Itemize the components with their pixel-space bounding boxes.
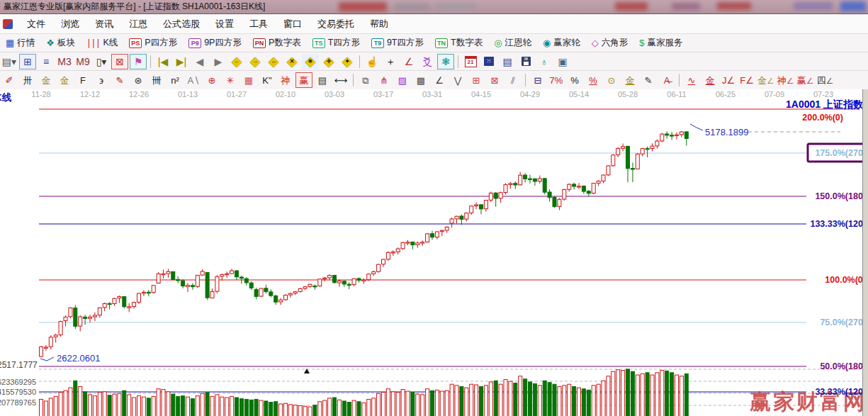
price-levels-icon[interactable]: ⊟ bbox=[529, 72, 546, 88]
quick-item-9t-square[interactable]: T99T四方形 bbox=[366, 35, 429, 50]
f-angle-icon[interactable]: F∠ bbox=[738, 72, 755, 88]
pen-levels-icon[interactable]: ✎ bbox=[640, 72, 657, 88]
quick-item-kline[interactable]: ∣∣∣K线 bbox=[81, 35, 123, 50]
quick-item-t-number-table[interactable]: TNT数字表 bbox=[429, 35, 488, 50]
zoom-both-icon[interactable]: ◆↔ bbox=[265, 54, 282, 69]
menu-item-7[interactable]: 窗口 bbox=[276, 15, 310, 33]
menu-item-2[interactable]: 资讯 bbox=[87, 15, 121, 33]
save-icon[interactable] bbox=[517, 54, 534, 69]
percent7-icon[interactable]: 7% bbox=[548, 72, 565, 88]
menu-item-8[interactable]: 交易委托 bbox=[310, 15, 362, 33]
zoom-close-icon[interactable]: ◆✕ bbox=[283, 54, 300, 69]
quick-item-gann-wheel[interactable]: ◎江恩轮 bbox=[488, 35, 537, 50]
nav-first-icon[interactable]: |◀ bbox=[154, 54, 171, 69]
angle-lines-icon[interactable]: ∠ bbox=[431, 72, 448, 88]
target-circle-icon[interactable]: ⊕ bbox=[203, 72, 220, 88]
quick-item-sector-blocks[interactable]: ❖板块 bbox=[40, 35, 81, 50]
quick-item-t-square[interactable]: TST四方形 bbox=[307, 35, 366, 50]
notes-icon[interactable]: ▤ bbox=[499, 54, 516, 69]
n2-cycle-icon[interactable]: n² bbox=[167, 72, 184, 88]
zoom-right-icon[interactable]: ◆→ bbox=[247, 54, 264, 69]
wave-tool-icon[interactable]: ∿ bbox=[683, 72, 700, 88]
shen-angle-icon[interactable]: 神∠ bbox=[777, 72, 795, 88]
fan-lines-icon[interactable]: ⋔ bbox=[376, 72, 393, 88]
percent-line-icon[interactable]: % bbox=[585, 72, 602, 88]
menu-item-3[interactable]: 江恩 bbox=[121, 15, 155, 33]
grid-target-icon[interactable]: ▦ bbox=[240, 72, 257, 88]
gold-under-icon[interactable]: 金 bbox=[621, 72, 638, 88]
right-scrollbar[interactable] bbox=[862, 89, 868, 416]
star-cycle-icon[interactable]: ✳ bbox=[222, 72, 239, 88]
gold-split-icon[interactable]: 金 bbox=[38, 72, 55, 88]
crosshair-tool-icon[interactable]: ＋ bbox=[382, 54, 399, 69]
nine-cycle-icon[interactable]: ϶ bbox=[93, 72, 110, 88]
j-angle-icon[interactable]: J∠ bbox=[720, 72, 737, 88]
quick-item-p-number-table[interactable]: PNP数字表 bbox=[247, 35, 307, 50]
box-tool-icon[interactable]: ⧉ bbox=[357, 72, 374, 88]
network-diagram-icon[interactable]: ⊞ bbox=[19, 54, 36, 69]
info-list-icon[interactable]: ≡ bbox=[38, 54, 55, 69]
four-angle-icon[interactable]: 四∠ bbox=[816, 72, 834, 88]
zoom-left-icon[interactable]: ◆← bbox=[228, 54, 245, 69]
knife-tool-icon[interactable]: ✐ bbox=[1, 72, 18, 88]
quick-item-winner-wheel[interactable]: ◉赢家轮 bbox=[537, 35, 586, 50]
percent-icon[interactable]: % bbox=[566, 72, 583, 88]
brain-cycle-icon[interactable]: ❃ bbox=[437, 54, 454, 69]
candle-style-dropdown-icon[interactable]: ▯▾ bbox=[93, 54, 110, 69]
flag-chart-icon[interactable]: ⚑ bbox=[130, 54, 147, 69]
menu-item-6[interactable]: 工具 bbox=[242, 15, 276, 33]
time-circle-icon[interactable]: ⊛ bbox=[130, 72, 147, 88]
menu-item-5[interactable]: 设置 bbox=[208, 15, 242, 33]
kline-chart-canvas[interactable]: 11-2812-1212-2601-1301-2702-1003-0303-17… bbox=[0, 89, 868, 416]
zoom-cross-icon[interactable]: ◆✛ bbox=[320, 54, 337, 69]
nav-next-icon[interactable]: ▶ bbox=[210, 54, 227, 69]
gold-circle-icon[interactable]: ⊙ bbox=[603, 72, 620, 88]
a-strike-icon[interactable]: A̶ bbox=[658, 72, 675, 88]
quick-item-winner-service[interactable]: $赢家服务 bbox=[633, 35, 688, 50]
title-bar[interactable]: 赢家江恩专业版[赢家内部服务平台] - [上证指数 SH1A0001-163日K… bbox=[0, 0, 868, 14]
gann-box-icon[interactable]: ▨ bbox=[394, 72, 411, 88]
quick-item-p-square[interactable]: PSP四方形 bbox=[123, 35, 183, 50]
nav-prev-icon[interactable]: ◀ bbox=[191, 54, 208, 69]
wave3-icon[interactable]: M3 bbox=[56, 54, 73, 69]
menu-item-4[interactable]: 公式选股 bbox=[155, 15, 208, 33]
menu-item-9[interactable]: 帮助 bbox=[362, 15, 396, 33]
kline-mark-icon[interactable]: K" bbox=[259, 72, 276, 88]
red-grid2-icon[interactable]: ⊠ bbox=[486, 72, 503, 88]
zoom-center-icon[interactable]: ◆✦ bbox=[339, 54, 356, 69]
claw-tool-icon[interactable]: 爻 bbox=[419, 54, 436, 69]
gann-square-icon[interactable]: ▩ bbox=[412, 72, 429, 88]
mirror-tool-icon[interactable]: A∖ bbox=[185, 72, 202, 88]
gold-red-icon[interactable]: 金 bbox=[701, 72, 718, 88]
angle-measure-icon[interactable]: ∠ bbox=[400, 54, 417, 69]
hand-tool-icon[interactable]: ☝ bbox=[363, 54, 381, 69]
gann-line-icon[interactable]: 卅 bbox=[19, 72, 36, 88]
parallel-lines-icon[interactable]: ⫽ bbox=[505, 72, 522, 88]
shen-tool-icon[interactable]: 神 bbox=[277, 72, 294, 88]
nav-last-icon[interactable]: ▶| bbox=[173, 54, 190, 69]
send-web-icon[interactable]: ♁ bbox=[536, 54, 553, 69]
win-tool-icon[interactable]: 赢 bbox=[295, 72, 312, 88]
ruler-grid-icon[interactable]: ▤ bbox=[314, 72, 331, 88]
wave9-icon[interactable]: M9 bbox=[74, 54, 91, 69]
menu-item-0[interactable]: 文件 bbox=[19, 15, 53, 33]
win-angle-icon[interactable]: 赢∠ bbox=[796, 72, 815, 88]
width-arrows-icon[interactable]: ⟷ bbox=[332, 72, 349, 88]
quick-item-quote-table[interactable]: ▦行情 bbox=[0, 35, 40, 50]
gann-shape-icon[interactable]: ⊠ bbox=[111, 54, 128, 69]
brush-tool-icon[interactable]: ✎ bbox=[111, 72, 128, 88]
hash-line-icon[interactable]: 卌 bbox=[148, 72, 165, 88]
new-page-dropdown-icon[interactable]: ▤▾ bbox=[1, 54, 18, 69]
computer-transfer-icon[interactable]: ▣ bbox=[554, 54, 571, 69]
zigzag-icon[interactable]: ⋁ bbox=[449, 72, 466, 88]
zoom-all-icon[interactable]: ◆✳ bbox=[302, 54, 319, 69]
calendar-icon[interactable]: 21 bbox=[462, 54, 479, 69]
quick-item-9p-square[interactable]: P99P四方形 bbox=[183, 35, 247, 50]
fib-line-icon[interactable]: F bbox=[74, 72, 91, 88]
menu-item-1[interactable]: 浏览 bbox=[53, 15, 87, 33]
gold-angle-icon[interactable]: 金∠ bbox=[757, 72, 775, 88]
quick-item-hexagon[interactable]: ◇六角形 bbox=[586, 35, 634, 50]
gold-split2-icon[interactable]: 金 bbox=[56, 72, 73, 88]
red-grid-icon[interactable]: ⊞ bbox=[468, 72, 485, 88]
calculator-icon[interactable]: ⁙ bbox=[480, 54, 497, 69]
